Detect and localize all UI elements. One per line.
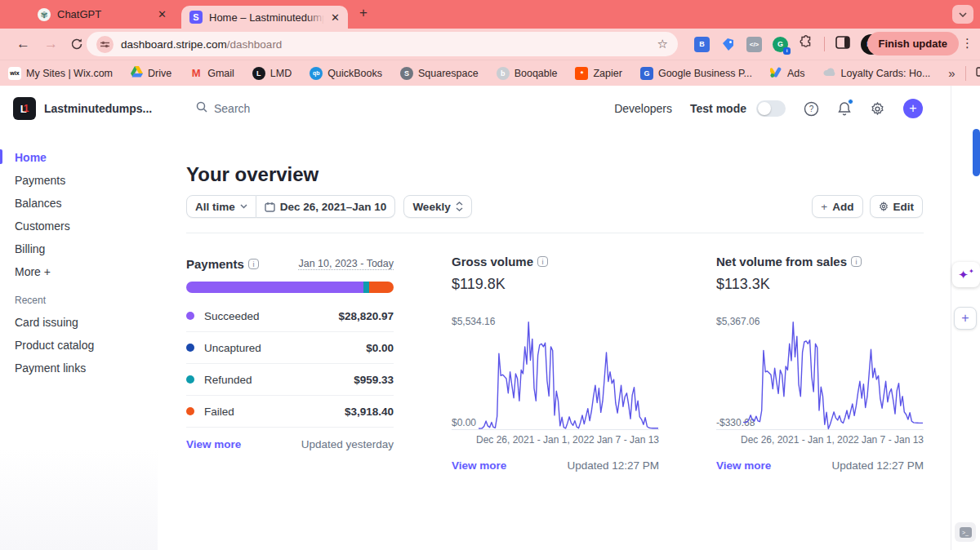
floating-plus-button[interactable]: + [954, 307, 977, 330]
gear-icon [879, 202, 889, 211]
account-logo[interactable]: L1 [13, 97, 36, 120]
sidebar-item-product-catalog[interactable]: Product catalog [0, 334, 158, 357]
calendar-icon [265, 202, 275, 212]
bookmark-google-business[interactable]: G Google Business P... [640, 67, 752, 80]
tab-stripe-dashboard[interactable]: S Home – Lastminutedumpster ✕ [181, 6, 348, 29]
gross-volume-value: $119.8K [452, 276, 659, 293]
address-bar[interactable]: dashboard.stripe.com/dashboard ☆ [87, 32, 678, 56]
sidebar-nav: Home Payments Balances Customers Billing… [0, 146, 158, 550]
sidebar-item-billing[interactable]: Billing [0, 237, 158, 260]
lmd-icon: L [252, 67, 265, 80]
bookmark-star-icon[interactable]: ☆ [657, 37, 668, 51]
legend-row-succeeded[interactable]: Succeeded $28,820.97 [186, 300, 394, 332]
payments-panel: Paymentsi Jan 10, 2023 - Today Succeeded… [186, 257, 394, 450]
site-info-icon[interactable] [96, 36, 114, 53]
tab-title: Home – Lastminutedumpster [209, 11, 324, 24]
bookmark-squarespace[interactable]: S Squarespace [400, 67, 479, 80]
bookmark-drive[interactable]: Drive [131, 66, 172, 80]
extension-tag-icon[interactable] [720, 37, 736, 52]
sidebar-item-payment-links[interactable]: Payment links [0, 357, 158, 379]
info-icon[interactable]: i [851, 256, 862, 267]
divider [186, 233, 924, 233]
tab-search-chevron-icon[interactable] [952, 5, 973, 24]
close-tab-icon[interactable]: ✕ [331, 11, 340, 24]
side-panel-icon[interactable] [835, 36, 850, 52]
folder-icon [976, 67, 980, 79]
interval-select[interactable]: Weekly [403, 195, 471, 218]
view-more-link[interactable]: View more [716, 459, 771, 472]
developers-link[interactable]: Developers [614, 102, 672, 115]
failed-dot [186, 407, 194, 415]
test-mode-toggle[interactable] [756, 100, 786, 117]
updated-label: Updated 12:27 PM [567, 459, 659, 472]
sidebar-item-payments[interactable]: Payments [0, 169, 158, 192]
help-icon[interactable]: ? [804, 101, 819, 117]
bookmark-booqable[interactable]: b Booqable [497, 67, 558, 80]
sidebar-item-balances[interactable]: Balances [0, 192, 158, 215]
settings-gear-icon[interactable] [870, 101, 885, 117]
sidebar-item-customers[interactable]: Customers [0, 215, 158, 237]
new-tab-button[interactable]: + [359, 5, 368, 21]
finish-update-button[interactable]: Finish update [867, 32, 960, 55]
info-icon[interactable]: i [248, 259, 259, 269]
squarespace-icon: S [400, 67, 413, 80]
sidebar-item-more[interactable]: More + [0, 260, 158, 283]
updated-label: Updated 12:27 PM [831, 459, 924, 472]
extension-code-icon[interactable]: </> [746, 37, 762, 52]
sidebar-item-home[interactable]: Home [0, 146, 158, 169]
net-volume-value: $113.3K [716, 276, 924, 293]
legend-row-uncaptured[interactable]: Uncaptured $0.00 [186, 332, 394, 364]
bookmark-ads[interactable]: Ads [770, 67, 805, 80]
succeeded-dot [186, 312, 194, 320]
sidebar-item-card-issuing[interactable]: Card issuing [0, 311, 158, 334]
drive-icon [131, 66, 143, 80]
create-plus-button[interactable]: + [903, 99, 923, 118]
extension-grammarly-icon[interactable]: G i [773, 37, 788, 52]
all-bookmarks-button[interactable]: All Bookmarks [976, 67, 980, 79]
date-range-button[interactable]: Dec 26, 2021–Jan 10 [256, 195, 396, 218]
back-icon[interactable]: ← [16, 36, 30, 52]
bookmark-gmail[interactable]: M Gmail [189, 67, 234, 80]
app-header: L1 Lastminutedumps... Search Developers … [0, 86, 980, 131]
info-icon[interactable]: i [537, 256, 548, 267]
tab-chatgpt[interactable]: ✾ ChatGPT ✕ [29, 3, 175, 25]
payments-period[interactable]: Jan 10, 2023 - Today [298, 258, 394, 270]
tab-strip: ✾ ChatGPT ✕ S Home – Lastminutedumpster … [0, 0, 980, 29]
view-more-link[interactable]: View more [452, 459, 506, 472]
x-axis-labels: Dec 26, 2021 - Jan 1, 2022 Jan 7 - Jan 1… [452, 434, 659, 447]
up-down-chevron-icon [456, 202, 463, 211]
gross-volume-panel: Gross volumei $119.8K $5,534.16 $0.00 De… [452, 255, 659, 472]
bookmark-lmd[interactable]: L LMD [252, 67, 292, 80]
assistant-sparkle-button[interactable]: ✦✦ [952, 262, 980, 287]
search-icon [196, 101, 207, 115]
browser-menu-icon[interactable]: ⋮ [961, 36, 973, 51]
search-input[interactable]: Search [196, 101, 250, 115]
forward-icon[interactable]: → [44, 36, 58, 52]
edge-panel-tab[interactable] [973, 129, 980, 176]
range-filter-button[interactable]: All time [186, 195, 256, 218]
net-volume-chart[interactable]: $5,367.06 -$330.68 [716, 321, 924, 430]
bookmark-quickbooks[interactable]: qb QuickBooks [310, 67, 382, 80]
edit-button[interactable]: Edit [870, 195, 924, 218]
extension-card-icon[interactable]: B [694, 37, 710, 52]
bookmark-wix[interactable]: wix My Sites | Wix.com [8, 67, 113, 80]
legend-row-failed[interactable]: Failed $3,918.40 [186, 396, 394, 428]
add-widget-button[interactable]: +Add [812, 195, 862, 218]
bookmarks-overflow-icon[interactable]: » [948, 66, 955, 80]
refunded-dot [186, 375, 194, 384]
uncaptured-dot [186, 344, 194, 352]
close-tab-icon[interactable]: ✕ [158, 8, 167, 20]
google-business-icon: G [640, 67, 653, 80]
view-more-link[interactable]: View more [186, 438, 241, 450]
gross-volume-chart[interactable]: $5,534.16 $0.00 [452, 321, 659, 430]
reload-icon[interactable] [70, 38, 83, 54]
bookmark-zapier[interactable]: * Zapier [575, 67, 621, 80]
account-name[interactable]: Lastminutedumps... [44, 102, 152, 115]
notifications-bell-icon[interactable] [837, 101, 852, 117]
x-axis-labels: Dec 26, 2021 - Jan 1, 2022 Jan 7 - Jan 1… [716, 434, 924, 447]
legend-row-refunded[interactable]: Refunded $959.33 [186, 364, 394, 396]
bookmark-loyalty-cards[interactable]: Loyalty Cards: Ho... [823, 68, 931, 79]
developer-console-button[interactable]: >_ [955, 522, 976, 542]
google-ads-icon [770, 67, 782, 80]
extensions-puzzle-icon[interactable] [799, 35, 813, 53]
